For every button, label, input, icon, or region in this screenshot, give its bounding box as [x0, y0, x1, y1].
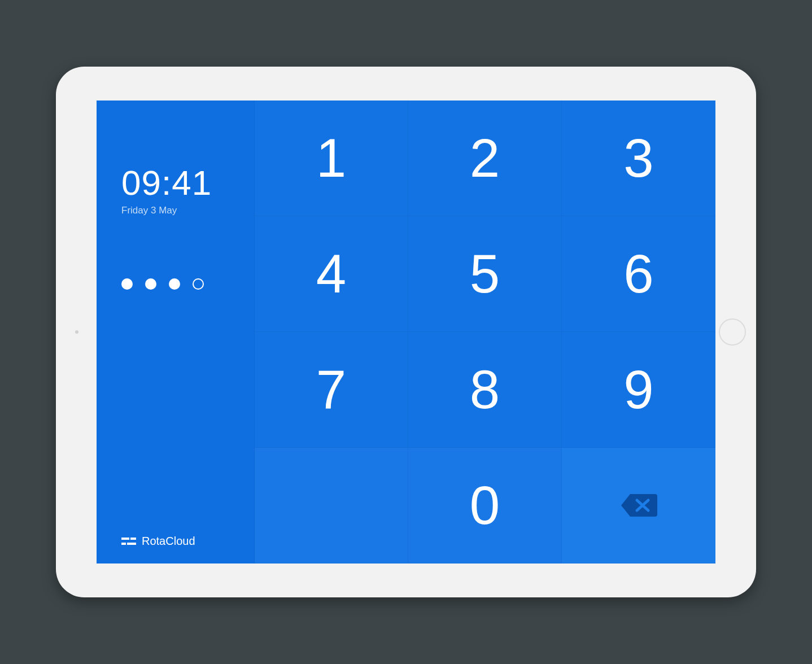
keypad: 1 2 3 4 5 6 7 8 9 0 [255, 101, 715, 563]
key-blank [255, 448, 408, 563]
brand-name: RotaCloud [142, 535, 195, 548]
clock-time: 09:41 [121, 163, 254, 203]
brand-logo: RotaCloud [121, 535, 195, 548]
pin-indicator [97, 278, 254, 290]
pin-dot-2 [145, 278, 156, 290]
key-5[interactable]: 5 [408, 216, 562, 332]
key-0[interactable]: 0 [408, 448, 562, 563]
svg-rect-3 [127, 543, 136, 545]
pin-dot-4 [193, 278, 204, 290]
home-button[interactable] [719, 318, 746, 346]
key-backspace[interactable] [562, 448, 715, 563]
key-1[interactable]: 1 [255, 101, 408, 216]
key-4[interactable]: 4 [255, 216, 408, 332]
pin-dot-1 [121, 278, 133, 290]
time-block: 09:41 Friday 3 May [97, 101, 254, 216]
svg-rect-0 [121, 538, 129, 540]
key-9[interactable]: 9 [562, 332, 715, 448]
key-3[interactable]: 3 [562, 101, 715, 216]
app-screen: 09:41 Friday 3 May RotaClo [97, 101, 715, 563]
pin-dot-3 [169, 278, 180, 290]
key-2[interactable]: 2 [408, 101, 562, 216]
backspace-icon [620, 493, 657, 518]
key-8[interactable]: 8 [408, 332, 562, 448]
brand-icon [121, 536, 136, 547]
key-6[interactable]: 6 [562, 216, 715, 332]
key-7[interactable]: 7 [255, 332, 408, 448]
svg-rect-2 [121, 543, 126, 545]
svg-rect-1 [130, 538, 136, 540]
tablet-frame: 09:41 Friday 3 May RotaClo [56, 67, 756, 597]
clock-date: Friday 3 May [121, 205, 254, 216]
sidebar: 09:41 Friday 3 May RotaClo [97, 101, 255, 563]
front-camera [75, 330, 78, 334]
